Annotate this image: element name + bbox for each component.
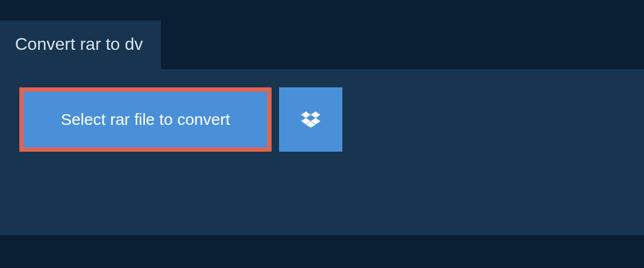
action-row: Select rar file to convert [0,69,644,170]
select-file-label: Select rar file to convert [61,110,230,129]
conversion-tab[interactable]: Convert rar to dv [0,20,161,69]
tab-label: Convert rar to dv [15,34,143,54]
main-panel: Select rar file to convert [0,69,644,235]
select-file-button[interactable]: Select rar file to convert [19,87,272,152]
header-row: Convert rar to dv [0,0,644,69]
dropbox-button[interactable] [279,87,342,152]
dropbox-icon [301,110,320,129]
